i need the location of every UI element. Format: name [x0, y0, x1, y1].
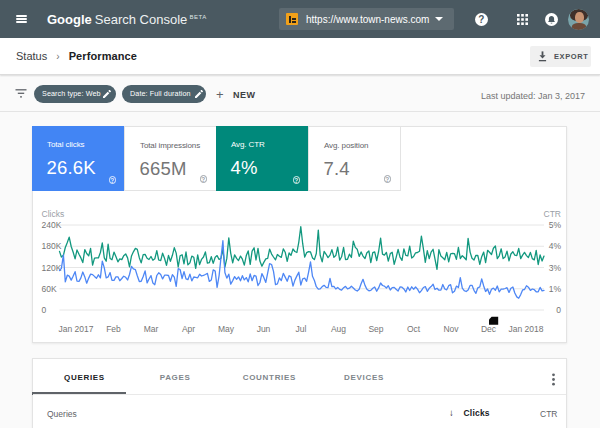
svg-text:Jan 2018: Jan 2018 — [509, 324, 544, 334]
svg-text:180K: 180K — [42, 241, 62, 251]
svg-text:4%: 4% — [549, 241, 562, 251]
svg-text:Sep: Sep — [368, 324, 383, 334]
svg-text:Mar: Mar — [144, 324, 159, 334]
svg-text:60K: 60K — [42, 284, 57, 294]
svg-text:Dec: Dec — [481, 324, 497, 334]
svg-text:Oct: Oct — [407, 324, 421, 334]
svg-text:5%: 5% — [549, 220, 562, 230]
svg-text:1%: 1% — [549, 284, 562, 294]
svg-text:0: 0 — [556, 305, 561, 315]
svg-text:May: May — [218, 324, 235, 334]
svg-text:Nov: Nov — [443, 324, 459, 334]
svg-text:Aug: Aug — [331, 324, 346, 334]
svg-text:Feb: Feb — [106, 324, 121, 334]
svg-text:Clicks: Clicks — [42, 209, 65, 219]
svg-text:Jun: Jun — [257, 324, 271, 334]
svg-text:3%: 3% — [549, 263, 562, 273]
svg-text:CTR: CTR — [544, 209, 561, 219]
svg-text:240K: 240K — [42, 220, 62, 230]
svg-text:Jan 2017: Jan 2017 — [59, 324, 94, 334]
svg-text:Jul: Jul — [296, 324, 307, 334]
svg-text:Apr: Apr — [182, 324, 195, 334]
svg-text:120K: 120K — [42, 263, 62, 273]
svg-text:0: 0 — [42, 305, 47, 315]
